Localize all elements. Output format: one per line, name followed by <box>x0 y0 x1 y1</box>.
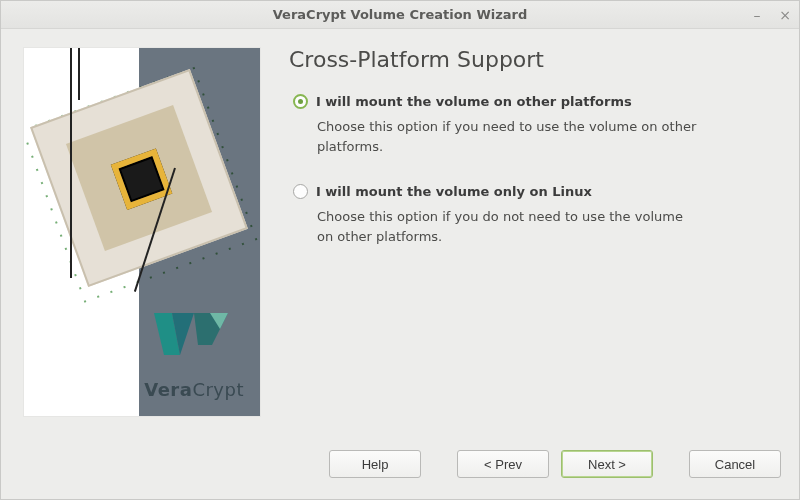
option-description: Choose this option if you need to use th… <box>293 117 703 156</box>
radio-row-other-platforms[interactable]: I will mount the volume on other platfor… <box>293 94 779 109</box>
option-label: I will mount the volume only on Linux <box>316 184 592 199</box>
prev-button[interactable]: < Prev <box>457 450 549 478</box>
radio-icon[interactable] <box>293 184 308 199</box>
radio-icon[interactable] <box>293 94 308 109</box>
help-button[interactable]: Help <box>329 450 421 478</box>
wizard-main: Cross-Platform Support I will mount the … <box>289 47 779 437</box>
close-icon[interactable]: × <box>777 7 793 23</box>
brand-name: VeraCrypt <box>144 379 244 400</box>
titlebar[interactable]: VeraCrypt Volume Creation Wizard – × <box>1 1 799 29</box>
minimize-icon[interactable]: – <box>749 7 765 23</box>
cancel-button[interactable]: Cancel <box>689 450 781 478</box>
window-title: VeraCrypt Volume Creation Wizard <box>1 7 799 22</box>
option-linux-only: I will mount the volume only on Linux Ch… <box>289 184 779 246</box>
page-title: Cross-Platform Support <box>289 47 779 72</box>
content-area: VeraCrypt Cross-Platform Support I will … <box>1 29 799 443</box>
radio-row-linux-only[interactable]: I will mount the volume only on Linux <box>293 184 779 199</box>
window-controls: – × <box>749 7 793 23</box>
wizard-footer: Help < Prev Next > Cancel <box>1 443 799 499</box>
next-button[interactable]: Next > <box>561 450 653 478</box>
option-other-platforms: I will mount the volume on other platfor… <box>289 94 779 156</box>
wizard-sidebar-graphic: VeraCrypt <box>23 47 261 417</box>
option-description: Choose this option if you do not need to… <box>293 207 703 246</box>
option-label: I will mount the volume on other platfor… <box>316 94 632 109</box>
wizard-window: VeraCrypt Volume Creation Wizard – × <box>0 0 800 500</box>
veracrypt-logo-icon <box>150 309 240 372</box>
